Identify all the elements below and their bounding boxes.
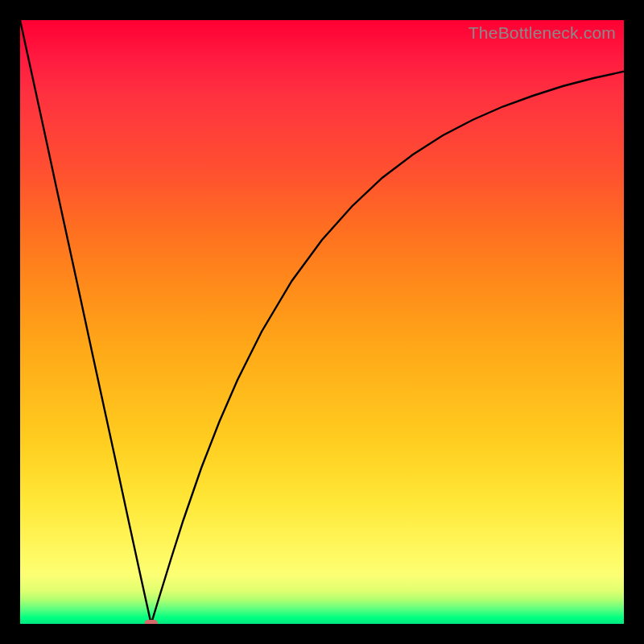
bottleneck-curve (20, 20, 624, 624)
minimum-marker (145, 620, 158, 624)
chart-frame: TheBottleneck.com (0, 0, 644, 644)
chart-svg (20, 20, 624, 624)
plot-area: TheBottleneck.com (20, 20, 624, 624)
